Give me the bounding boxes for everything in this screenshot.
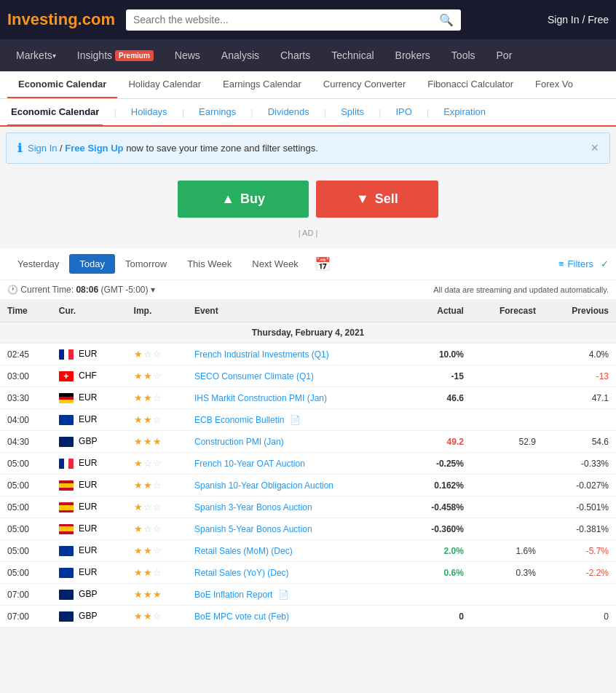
nav-technical[interactable]: Technical: [323, 39, 382, 71]
day-yesterday[interactable]: Yesterday: [7, 254, 69, 274]
currency-cell: CHF: [52, 365, 127, 387]
table-row: 05:00 EUR ★★☆ Retail Sales (YoY) (Dec) 0…: [0, 562, 616, 584]
close-icon[interactable]: ×: [591, 140, 599, 156]
event-link[interactable]: French 10-Year OAT Auction: [194, 459, 305, 469]
previous-cell: 54.6: [543, 431, 616, 453]
day-tomorrow[interactable]: Tomorrow: [115, 254, 177, 274]
table-row: 07:00 GBP ★★★ BoE Inflation Report 📄: [0, 584, 616, 606]
table-row: 04:30 GBP ★★★ Construction PMI (Jan) 49.…: [0, 431, 616, 453]
sign-in-button[interactable]: Sign In / Free: [548, 14, 609, 25]
importance-cell: ★★☆: [127, 606, 187, 627]
table-row: 07:00 GBP ★★☆ BoE MPC vote cut (Feb) 0 0: [0, 606, 616, 627]
doc-icon[interactable]: 📄: [290, 415, 301, 425]
subtab-splits[interactable]: Splits: [337, 99, 368, 127]
table-row: 05:00 EUR ★★☆ Spanish 10-Year Obligacion…: [0, 475, 616, 496]
currency-cell: GBP: [52, 584, 127, 606]
stars: ★★☆: [134, 371, 162, 381]
forecast-cell: 1.6%: [471, 540, 543, 562]
previous-cell: -0.33%: [543, 453, 616, 475]
importance-cell: ★★★: [127, 431, 187, 453]
stars: ★☆☆: [134, 523, 162, 534]
day-next-week[interactable]: Next Week: [242, 254, 308, 274]
day-today[interactable]: Today: [69, 254, 115, 274]
event-link[interactable]: Spanish 3-Year Bonos Auction: [194, 502, 312, 512]
info-bar: ℹ Sign In / Free Sign Up now to save you…: [6, 132, 610, 164]
subtab-economic-calendar[interactable]: Economic Calendar: [7, 99, 103, 127]
event-cell: BoE Inflation Report 📄: [187, 584, 404, 606]
col-previous: Previous: [543, 300, 616, 322]
nav-por[interactable]: Por: [488, 39, 521, 71]
event-link[interactable]: BoE MPC vote cut (Feb): [194, 611, 289, 622]
search-bar[interactable]: 🔍: [126, 9, 461, 31]
importance-cell: ★★☆: [127, 365, 187, 387]
previous-cell: -13: [543, 365, 616, 387]
importance-cell: ★★☆: [127, 475, 187, 496]
doc-icon[interactable]: 📄: [278, 590, 289, 600]
event-link[interactable]: French Industrial Investments (Q1): [194, 349, 329, 360]
previous-cell: -5.7%: [543, 540, 616, 562]
buy-arrow-icon: ▲: [221, 191, 234, 207]
flag-gb: [59, 437, 74, 447]
stars: ★★☆: [134, 392, 162, 403]
sell-button[interactable]: ▼ Sell: [316, 181, 438, 218]
actual-cell: 0.162%: [404, 475, 471, 496]
event-link[interactable]: BoE Inflation Report: [194, 590, 272, 600]
sign-in-link[interactable]: Sign In: [28, 143, 57, 154]
event-link[interactable]: Spanish 5-Year Bonos Auction: [194, 524, 312, 534]
event-link[interactable]: Construction PMI (Jan): [194, 437, 284, 447]
free-signup-link[interactable]: Free Sign Up: [65, 143, 123, 154]
timezone-arrow[interactable]: ▾: [151, 285, 155, 295]
event-link[interactable]: ECB Economic Bulletin: [194, 415, 284, 425]
time-cell: 04:00: [0, 409, 52, 431]
tab-currency-converter[interactable]: Currency Converter: [312, 71, 416, 98]
forecast-cell: [471, 409, 543, 431]
previous-cell: -2.2%: [543, 562, 616, 584]
subtab-earnings[interactable]: Earnings: [195, 99, 240, 127]
event-cell: SECO Consumer Climate (Q1): [187, 365, 404, 387]
nav-insights[interactable]: Insights Premium: [68, 39, 162, 71]
subtab-expiration[interactable]: Expiration: [440, 99, 489, 127]
tab-economic-calendar[interactable]: Economic Calendar: [7, 71, 117, 98]
nav-news[interactable]: News: [166, 39, 209, 71]
flag-gb: [59, 611, 74, 622]
tab-holiday-calendar[interactable]: Holiday Calendar: [117, 71, 212, 98]
nav-charts[interactable]: Charts: [272, 39, 319, 71]
day-filter: Yesterday Today Tomorrow This Week Next …: [0, 248, 616, 280]
search-input[interactable]: [133, 14, 439, 25]
buy-button[interactable]: ▲ Buy: [178, 181, 309, 218]
currency-cell: GBP: [52, 431, 127, 453]
logo: Investing.com: [7, 10, 115, 29]
stars: ★★☆: [134, 545, 162, 556]
event-link[interactable]: Retail Sales (YoY) (Dec): [194, 568, 289, 578]
check-icon: ✓: [601, 258, 609, 269]
time-cell: 05:00: [0, 540, 52, 562]
event-link[interactable]: Spanish 10-Year Obligacion Auction: [194, 480, 333, 491]
tab-fibonacci[interactable]: Fibonacci Calculator: [416, 71, 524, 98]
stars: ★★☆: [134, 567, 162, 578]
divider: |: [182, 107, 184, 118]
subtab-dividends[interactable]: Dividends: [264, 99, 313, 127]
nav-analysis[interactable]: Analysis: [213, 39, 268, 71]
subtab-holidays[interactable]: Holidays: [127, 99, 171, 127]
actual-cell: 0: [404, 606, 471, 627]
flag-fr: [59, 349, 74, 360]
clock-icon: 🕐: [7, 285, 18, 295]
nav-tools[interactable]: Tools: [443, 39, 484, 71]
event-link[interactable]: SECO Consumer Climate (Q1): [194, 371, 314, 381]
filters-button[interactable]: ≡ Filters: [558, 258, 593, 269]
event-link[interactable]: IHS Markit Construction PMI (Jan): [194, 393, 327, 403]
tab-forex[interactable]: Forex Vo: [524, 71, 584, 98]
actual-cell: 2.0%: [404, 540, 471, 562]
subtab-ipo[interactable]: IPO: [392, 99, 415, 127]
time-cell: 03:00: [0, 365, 52, 387]
nav-brokers[interactable]: Brokers: [387, 39, 439, 71]
logo-com: com: [82, 10, 115, 28]
calendar-icon[interactable]: 📅: [315, 256, 331, 272]
forecast-cell: 0.3%: [471, 562, 543, 584]
event-link[interactable]: Retail Sales (MoM) (Dec): [194, 546, 293, 556]
forecast-cell: [471, 606, 543, 627]
nav-markets[interactable]: Markets: [7, 39, 65, 71]
tab-earnings-calendar[interactable]: Earnings Calendar: [212, 71, 312, 98]
day-this-week[interactable]: This Week: [177, 254, 242, 274]
currency-cell: GBP: [52, 606, 127, 627]
